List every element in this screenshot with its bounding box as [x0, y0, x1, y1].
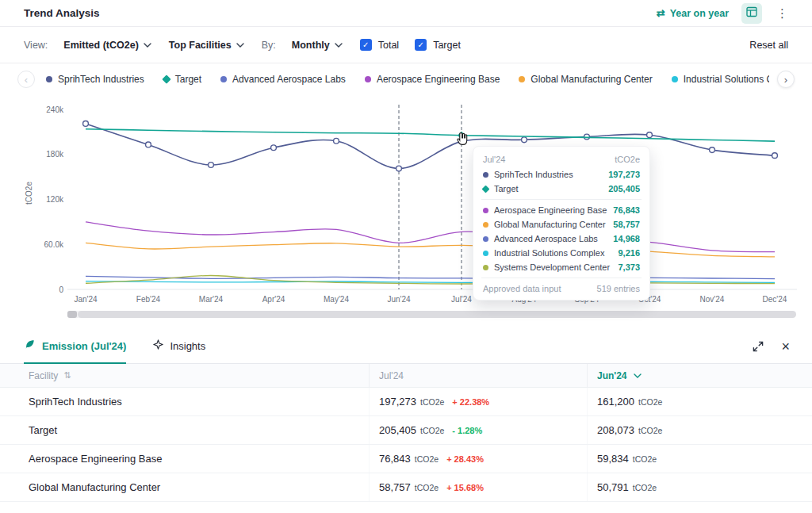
svg-text:May'24: May'24: [324, 295, 349, 304]
table-row[interactable]: Global Manufacturing Center 58,757tCO2e+…: [0, 473, 812, 502]
view-dropdown[interactable]: Emitted (tCO2e): [63, 40, 151, 51]
scrollbar-handle[interactable]: [67, 311, 77, 318]
tooltip-row: Aerospace Engineering Base76,843: [483, 205, 640, 215]
legend-item[interactable]: Global Manufacturing Center: [519, 74, 652, 85]
tooltip-row: Advanced Aerospace Labs14,968: [483, 234, 640, 243]
trend-chart: tCO2e 060.0k120k180k240kJan'24Feb'24Mar'…: [0, 95, 812, 318]
tab-emission-label: Emission (Jul'24): [42, 340, 126, 352]
leaf-icon: [24, 339, 36, 353]
svg-text:Jul'24: Jul'24: [451, 295, 472, 304]
column-facility: Facility ⇅: [0, 364, 369, 387]
facilities-dropdown[interactable]: Top Facilities: [169, 40, 244, 51]
total-checkbox-label: Total: [378, 40, 399, 51]
year-on-year-button[interactable]: ⇄ Year on year: [657, 7, 729, 19]
svg-text:0: 0: [59, 285, 63, 294]
series-dot: [483, 251, 488, 256]
facility-name: Aerospace Engineering Base: [0, 445, 369, 473]
svg-text:Mar'24: Mar'24: [199, 295, 224, 304]
svg-text:240k: 240k: [46, 105, 64, 114]
total-checkbox[interactable]: ✓ Total: [360, 39, 399, 51]
chart-canvas[interactable]: 060.0k120k180k240kJan'24Feb'24Mar'24Apr'…: [0, 95, 812, 308]
legend-item[interactable]: SprihTech Industries: [46, 74, 144, 85]
series-dot: [483, 172, 488, 178]
svg-text:60.0k: 60.0k: [44, 240, 64, 249]
svg-text:Apr'24: Apr'24: [262, 295, 285, 304]
close-button[interactable]: ×: [781, 339, 790, 354]
compare-value: 59,834tCO2e: [587, 445, 812, 473]
legend-item[interactable]: Target: [163, 74, 201, 85]
table-row[interactable]: Target 205,405tCO2e- 1.28% 208,073tCO2e: [0, 416, 812, 445]
filter-bar: View: Emitted (tCO2e) Top Facilities By:…: [0, 27, 812, 63]
compare-value: 208,073tCO2e: [587, 416, 812, 444]
legend-label: Aerospace Engineering Base: [377, 74, 500, 85]
year-on-year-label: Year on year: [670, 8, 729, 19]
series-dot: [365, 76, 371, 82]
table-row[interactable]: Aerospace Engineering Base 76,843tCO2e+ …: [0, 445, 812, 473]
detail-panel: Emission (Jul'24) Insights × Facility ⇅: [0, 329, 812, 502]
view-label: View:: [24, 40, 48, 51]
column-current: Jul'24: [369, 364, 587, 387]
current-value: 58,757tCO2e+ 15.68%: [369, 473, 587, 501]
tooltip-unit: tCO2e: [615, 155, 640, 164]
svg-text:Jan'24: Jan'24: [74, 295, 98, 304]
chevron-down-icon: [634, 373, 642, 378]
more-options-button[interactable]: ⋮: [775, 6, 790, 21]
tab-insights[interactable]: Insights: [153, 330, 205, 364]
legend-item[interactable]: Advanced Aerospace Labs: [220, 74, 346, 85]
legend-item[interactable]: Aerospace Engineering Base: [365, 74, 500, 85]
tooltip-row: Systems Development Center7,373: [483, 262, 640, 272]
series-dot: [162, 75, 170, 83]
scrollbar-thumb[interactable]: [78, 311, 796, 318]
by-label: By:: [262, 40, 276, 51]
legend-item[interactable]: Industrial Solutions Complex: [672, 74, 769, 85]
table-icon: [746, 6, 757, 21]
target-checkbox-label: Target: [433, 40, 461, 51]
current-value: 205,405tCO2e- 1.28%: [369, 416, 587, 444]
facilities-dropdown-value: Top Facilities: [169, 40, 232, 51]
divider: [481, 199, 642, 200]
view-dropdown-value: Emitted (tCO2e): [63, 40, 138, 51]
tab-insights-label: Insights: [170, 340, 205, 352]
svg-text:180k: 180k: [46, 150, 64, 159]
table-row[interactable]: SprihTech Industries 197,273tCO2e+ 22.38…: [0, 388, 812, 416]
insights-icon: [153, 339, 163, 352]
table-view-button[interactable]: [741, 3, 762, 24]
series-dot: [220, 76, 227, 82]
chevron-down-icon: [236, 43, 244, 48]
legend-label: Advanced Aerospace Labs: [232, 74, 346, 85]
current-value: 197,273tCO2e+ 22.38%: [369, 388, 587, 415]
series-dot: [483, 265, 488, 270]
panel-tabbar: Emission (Jul'24) Insights ×: [0, 329, 812, 364]
expand-button[interactable]: [753, 341, 764, 352]
tooltip-row: Target205,405: [483, 184, 640, 193]
svg-text:Nov'24: Nov'24: [700, 295, 725, 304]
target-checkbox[interactable]: ✓ Target: [415, 39, 461, 51]
series-dot: [482, 185, 490, 193]
y-axis-label: tCO2e: [25, 182, 33, 205]
compare-value: 50,791tCO2e: [587, 473, 812, 501]
tooltip-row: SprihTech Industries197,273: [483, 170, 640, 179]
series-dot: [483, 208, 488, 213]
svg-text:Dec'24: Dec'24: [763, 295, 787, 304]
frequency-dropdown[interactable]: Monthly: [292, 40, 343, 51]
series-dot: [46, 76, 52, 82]
sort-icon[interactable]: ⇅: [63, 370, 71, 381]
tooltip-row: Industrial Solutions Complex9,216: [483, 248, 640, 258]
svg-text:120k: 120k: [46, 195, 64, 204]
page-title: Trend Analysis: [24, 7, 100, 19]
svg-text:Jun'24: Jun'24: [387, 295, 411, 304]
tooltip-row: Global Manufacturing Center58,757: [483, 220, 640, 229]
chart-scrollbar[interactable]: [67, 311, 796, 318]
reset-all-button[interactable]: Reset all: [749, 40, 788, 51]
tab-emission[interactable]: Emission (Jul'24): [24, 330, 126, 364]
expand-icon: [753, 341, 764, 352]
compare-month-dropdown[interactable]: Jun'24: [587, 364, 812, 387]
legend-label: SprihTech Industries: [58, 74, 144, 85]
series-dot: [483, 222, 488, 228]
legend-prev-button[interactable]: ‹: [17, 71, 35, 88]
legend-label: Industrial Solutions Complex: [684, 74, 769, 85]
legend-next-button[interactable]: ›: [777, 71, 795, 88]
chevron-down-icon: [335, 43, 343, 48]
divider: [481, 278, 642, 278]
tooltip-footer: Approved data input 519 entries: [483, 284, 640, 293]
